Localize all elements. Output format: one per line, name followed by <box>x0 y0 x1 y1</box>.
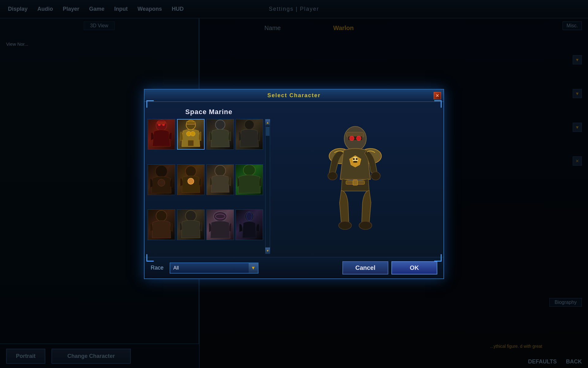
select-character-modal: Select Character ✕ Space Marine <box>144 89 444 279</box>
svg-point-7 <box>190 131 195 136</box>
svg-rect-5 <box>186 121 195 125</box>
race-select[interactable]: All ▼ <box>170 263 258 274</box>
scroll-thumb[interactable] <box>266 127 270 136</box>
character-category-title: Space Marine <box>148 105 270 119</box>
character-cell-10[interactable] <box>177 209 205 240</box>
svg-point-19 <box>156 210 167 221</box>
svg-point-0 <box>156 120 167 131</box>
corner-bottom-left <box>146 254 154 262</box>
svg-point-30 <box>349 136 354 140</box>
svg-rect-43 <box>353 180 357 185</box>
modal-body: Space Marine <box>145 102 443 257</box>
character-preview <box>270 105 440 254</box>
svg-rect-3 <box>157 122 165 124</box>
scroll-down-button[interactable]: ▼ <box>265 247 270 254</box>
svg-point-10 <box>245 120 254 129</box>
svg-point-36 <box>356 158 358 160</box>
svg-point-14 <box>188 178 194 184</box>
svg-point-13 <box>185 166 196 177</box>
cancel-button[interactable]: Cancel <box>342 261 388 274</box>
dropdown-arrow-icon: ▼ <box>251 265 256 271</box>
race-value: All <box>170 265 249 271</box>
svg-point-16 <box>243 165 255 175</box>
svg-point-38 <box>328 172 337 180</box>
svg-point-20 <box>185 210 196 221</box>
svg-point-21 <box>213 212 227 221</box>
modal-close-button[interactable]: ✕ <box>434 92 441 99</box>
svg-point-12 <box>158 179 165 186</box>
svg-rect-37 <box>353 161 357 163</box>
svg-point-41 <box>359 221 372 230</box>
svg-point-24 <box>246 212 252 220</box>
character-cell-6[interactable] <box>177 164 205 195</box>
svg-point-35 <box>353 158 355 160</box>
modal-footer: Race All ▼ Cancel OK <box>145 257 443 278</box>
ok-button[interactable]: OK <box>391 261 437 274</box>
modal-buttons: Cancel OK <box>342 261 437 274</box>
character-cell-8[interactable] <box>236 164 263 195</box>
svg-point-39 <box>371 172 380 180</box>
character-3d-preview <box>312 121 398 238</box>
grid-with-scroll: ▲ ▼ <box>148 119 270 254</box>
scroll-up-button[interactable]: ▲ <box>265 119 270 125</box>
character-cell-9[interactable] <box>148 209 175 240</box>
character-grid-container: Space Marine <box>148 105 270 254</box>
svg-rect-8 <box>188 140 194 146</box>
character-cell-7[interactable] <box>206 164 234 195</box>
svg-point-11 <box>155 165 167 177</box>
svg-point-31 <box>356 136 361 140</box>
race-dropdown-arrow[interactable]: ▼ <box>249 263 258 273</box>
character-cell-5[interactable] <box>148 164 175 195</box>
modal-title: Select Character <box>267 92 321 99</box>
race-label: Race <box>151 265 164 271</box>
character-cell-3[interactable] <box>206 119 234 150</box>
modal-overlay: Select Character ✕ Space Marine <box>0 0 588 368</box>
modal-title-bar: Select Character ✕ <box>145 90 443 102</box>
character-cell-4[interactable] <box>236 119 263 150</box>
character-grid <box>148 119 264 254</box>
character-cell-12[interactable] <box>236 209 263 240</box>
character-cell-1[interactable] <box>148 119 175 150</box>
character-cell-11[interactable] <box>206 209 234 240</box>
svg-point-40 <box>339 221 352 230</box>
character-scrollbar: ▲ ▼ <box>265 119 270 254</box>
corner-bottom-right <box>434 254 442 262</box>
character-cell-2[interactable] <box>177 119 205 150</box>
svg-point-15 <box>215 165 225 176</box>
svg-point-9 <box>215 120 225 129</box>
